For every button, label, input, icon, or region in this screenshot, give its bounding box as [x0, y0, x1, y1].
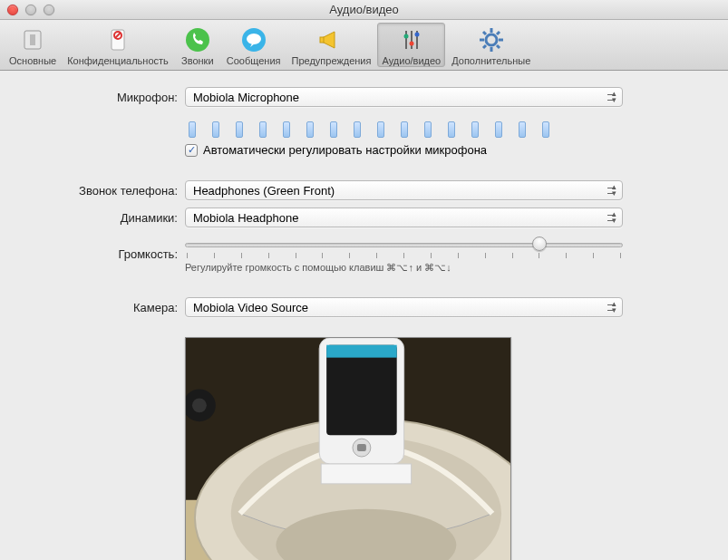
auto-adjust-label: Автоматически регулировать настройки мик…: [203, 143, 487, 157]
auto-adjust-checkbox[interactable]: ✓: [185, 144, 198, 157]
tab-general[interactable]: Основные: [5, 23, 61, 67]
select-arrows-icon: ▴▾: [612, 184, 616, 197]
megaphone-icon: [316, 25, 345, 54]
close-window-button[interactable]: [7, 5, 18, 15]
level-segment: [495, 121, 502, 138]
svg-line-20: [483, 32, 486, 34]
privacy-icon: [103, 25, 132, 54]
svg-point-5: [186, 28, 209, 52]
microphone-level-meter: [185, 114, 623, 143]
level-segment: [354, 121, 361, 138]
level-segment: [306, 121, 314, 138]
microphone-label: Микрофон:: [15, 91, 185, 104]
tab-alerts[interactable]: Предупреждения: [287, 23, 376, 67]
level-segment: [283, 121, 290, 138]
select-arrows-icon: ▴▾: [612, 301, 616, 314]
phone-ring-selected-value: Headphones (Green Front): [193, 184, 335, 198]
svg-point-14: [414, 32, 419, 36]
volume-slider[interactable]: [185, 235, 623, 255]
gear-icon: [477, 25, 506, 54]
tab-messages[interactable]: Сообщения: [222, 23, 286, 67]
camera-label: Камера:: [15, 301, 185, 314]
tab-label: Дополнительные: [451, 55, 530, 66]
level-segment: [542, 121, 549, 138]
level-segment: [377, 121, 384, 138]
svg-rect-1: [30, 34, 35, 45]
select-arrows-icon: ▴▾: [612, 91, 616, 103]
messages-icon: [239, 25, 268, 54]
level-segment: [424, 121, 432, 138]
svg-rect-8: [320, 37, 324, 43]
svg-point-13: [409, 41, 413, 45]
camera-select[interactable]: Mobiola Video Source ▴▾: [185, 297, 623, 317]
level-segment: [212, 121, 219, 138]
tab-label: Конфиденциальность: [67, 55, 169, 66]
camera-preview: JBL: [185, 337, 511, 560]
preferences-toolbar: Основные Конфиденциальность Звонки Сообщ…: [0, 20, 728, 71]
svg-line-23: [497, 32, 500, 34]
svg-point-38: [192, 398, 207, 412]
volume-label: Громкость:: [15, 247, 185, 261]
camera-selected-value: Mobiola Video Source: [193, 301, 308, 314]
level-segment: [330, 121, 337, 138]
minimize-window-button[interactable]: [25, 5, 36, 15]
speakers-selected-value: Mobiola Headphone: [193, 211, 298, 225]
content-pane: Микрофон: Mobiola Microphone ▴▾ ✓ Автома…: [0, 71, 728, 560]
svg-rect-34: [357, 444, 366, 451]
svg-line-22: [483, 45, 486, 48]
zoom-window-button[interactable]: [44, 5, 54, 15]
level-segment: [401, 121, 408, 138]
tab-label: Основные: [9, 55, 56, 66]
tab-label: Предупреждения: [292, 55, 372, 66]
speakers-label: Динамики:: [15, 211, 185, 225]
svg-point-7: [247, 34, 261, 44]
level-segment: [236, 121, 243, 138]
level-segment: [471, 121, 479, 138]
select-arrows-icon: ▴▾: [612, 211, 616, 224]
volume-slider-thumb[interactable]: [532, 237, 547, 251]
microphone-selected-value: Mobiola Microphone: [193, 91, 299, 104]
phone-ring-select[interactable]: Headphones (Green Front) ▴▾: [185, 180, 623, 200]
window-title: Аудио/видео: [0, 3, 728, 16]
tab-label: Сообщения: [227, 55, 281, 66]
level-segment: [448, 121, 455, 138]
tab-label: Звонки: [181, 55, 214, 66]
svg-line-21: [497, 45, 500, 48]
window-controls: [0, 5, 54, 15]
phone-icon: [183, 25, 212, 54]
tab-audio-video[interactable]: Аудио/видео: [377, 23, 445, 67]
tab-privacy[interactable]: Конфиденциальность: [63, 23, 173, 67]
titlebar: Аудио/видео: [0, 0, 728, 20]
level-segment: [189, 121, 196, 138]
level-segment: [519, 121, 526, 138]
svg-point-12: [403, 34, 408, 38]
volume-hint: Регулируйте громкость с помощью клавиш ⌘…: [185, 262, 623, 274]
speakers-select[interactable]: Mobiola Headphone ▴▾: [185, 208, 623, 227]
phone-ring-label: Звонок телефона:: [15, 184, 185, 198]
svg-rect-35: [321, 464, 411, 484]
general-icon: [18, 25, 47, 54]
tab-calls[interactable]: Звонки: [175, 23, 220, 67]
svg-point-15: [486, 34, 497, 45]
svg-rect-32: [326, 345, 397, 358]
tab-label: Аудио/видео: [382, 55, 441, 66]
equalizer-icon: [397, 25, 426, 54]
microphone-select[interactable]: Mobiola Microphone ▴▾: [185, 87, 623, 107]
tab-advanced[interactable]: Дополнительные: [447, 23, 535, 67]
level-segment: [259, 121, 267, 138]
svg-rect-31: [326, 345, 397, 435]
